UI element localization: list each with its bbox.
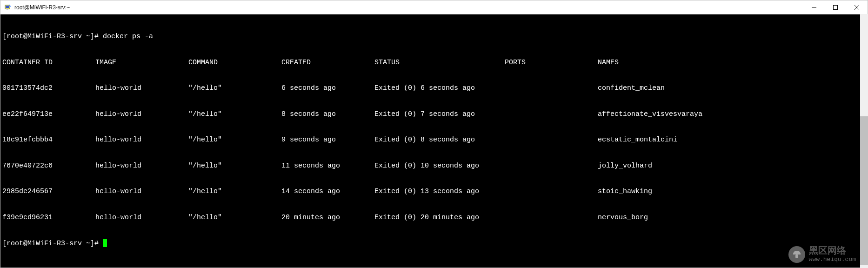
close-button[interactable] [846, 0, 868, 14]
header-container-id: CONTAINER ID [2, 59, 95, 67]
table-row: f39e9cd96231hello-world"/hello"20 minute… [2, 214, 866, 222]
prompt: [root@MiWiFi-R3-srv ~]# [2, 240, 103, 248]
svg-rect-5 [834, 5, 838, 9]
titlebar[interactable]: root@MiWiFi-R3-srv:~ [0, 0, 868, 14]
svg-rect-2 [7, 9, 8, 10]
header-ports: PORTS [505, 59, 598, 67]
window-title: root@MiWiFi-R3-srv:~ [14, 4, 803, 11]
header-created: CREATED [281, 59, 374, 67]
command-line: [root@MiWiFi-R3-srv ~]# docker ps -a [2, 33, 866, 41]
watermark-cn: 黑区网络 [809, 246, 856, 256]
table-row: 2985de246567hello-world"/hello"14 second… [2, 188, 866, 196]
cursor [103, 239, 107, 247]
table-row: ee22f649713ehello-world"/hello"8 seconds… [2, 110, 866, 119]
header-status: STATUS [374, 59, 505, 67]
prompt-line: [root@MiWiFi-R3-srv ~]# [2, 239, 866, 248]
watermark-url: www.heiqu.com [809, 256, 856, 263]
putty-icon [4, 4, 12, 11]
table-row: 001713574dc2hello-world"/hello"6 seconds… [2, 84, 866, 93]
terminal-window: root@MiWiFi-R3-srv:~ [root@MiWiFi-R3-srv… [0, 0, 868, 268]
header-command: COMMAND [188, 59, 281, 67]
watermark-text: 黑区网络 www.heiqu.com [809, 246, 856, 263]
scrollbar[interactable] [860, 14, 868, 268]
header-row: CONTAINER IDIMAGECOMMANDCREATEDSTATUSPOR… [2, 59, 866, 67]
table-row: 7670e40722c6hello-world"/hello"11 second… [2, 162, 866, 171]
scrollbar-thumb[interactable] [860, 116, 868, 265]
svg-rect-8 [795, 255, 798, 258]
watermark: 黑区网络 www.heiqu.com [788, 246, 856, 263]
minimize-button[interactable] [803, 0, 825, 14]
terminal-body[interactable]: [root@MiWiFi-R3-srv ~]# docker ps -a CON… [0, 14, 868, 268]
command-text: docker ps -a [103, 33, 153, 40]
svg-rect-1 [6, 6, 9, 8]
window-controls [803, 0, 868, 14]
maximize-button[interactable] [825, 0, 846, 14]
mushroom-icon [788, 246, 805, 263]
table-row: 18c91efcbbb4hello-world"/hello"9 seconds… [2, 136, 866, 145]
prompt: [root@MiWiFi-R3-srv ~]# [2, 33, 103, 40]
header-image: IMAGE [95, 59, 188, 67]
header-names: NAMES [598, 59, 619, 67]
